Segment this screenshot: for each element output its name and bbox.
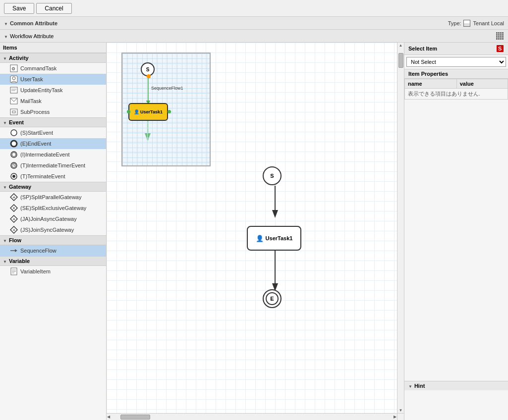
start-event-label: (S)StartEvent — [20, 130, 53, 136]
svg-rect-4 — [10, 87, 17, 93]
svg-rect-8 — [10, 109, 17, 115]
intermediate-timer-icon — [10, 161, 18, 169]
vertical-scrollbar[interactable]: ▲ ▼ — [397, 43, 404, 413]
select-item-icon: S — [496, 45, 504, 52]
item-variable-item[interactable]: VariableItem — [0, 266, 106, 277]
minimap-task-dot-right — [168, 110, 171, 113]
sequence-flow-label: SequenceFlow — [20, 248, 56, 254]
item-start-event[interactable]: (S)StartEvent — [0, 127, 106, 138]
item-split-parallel[interactable]: + (SP)SplitParallelGateway — [0, 192, 106, 203]
item-mail-task[interactable]: MailTask — [0, 96, 106, 106]
section-header-flow[interactable]: Flow — [0, 235, 106, 245]
cancel-button[interactable]: Cancel — [36, 3, 71, 14]
cmd-task-label: CommandTask — [20, 65, 56, 71]
intermediate-timer-event-label: (T)IntermediateTimerEvent — [20, 162, 85, 168]
hint-header[interactable]: Hint — [404, 381, 508, 390]
item-intermediate-event[interactable]: (I)IntermediateEvent — [0, 149, 106, 160]
start-circle: S — [263, 166, 282, 185]
select-item-row: Not Select — [404, 55, 508, 69]
no-items-row: 表示できる項目はありません. — [405, 89, 508, 100]
item-subprocess[interactable]: SubProcess — [0, 106, 106, 117]
item-end-event[interactable]: (E)EndEvent — [0, 138, 106, 149]
select-item-header: Select Item S — [404, 43, 508, 55]
node-end[interactable]: E — [263, 289, 282, 308]
workflow-attribute-collapse-icon[interactable] — [4, 33, 8, 39]
item-command-task[interactable]: ⚙ CommandTask — [0, 63, 106, 74]
join-sync-label: (JS)JoinSyncGateway — [20, 227, 74, 233]
node-start[interactable]: S — [263, 166, 282, 185]
activity-label: Activity — [9, 55, 29, 61]
common-attribute-bar: Common Attribute Type: Tenant Local — [0, 17, 508, 30]
variable-collapse-icon — [3, 258, 7, 264]
left-panel: Items Activity ⚙ CommandTask UserTask — [0, 43, 107, 420]
grid-toggle-icon[interactable] — [496, 32, 504, 40]
item-split-exclusive[interactable]: × (SE)SplitExclusiveGateway — [0, 203, 106, 213]
split-exclusive-label: (SE)SplitExclusiveGateway — [20, 205, 86, 211]
svg-point-11 — [11, 141, 17, 147]
split-parallel-label: (SP)SplitParallelGateway — [20, 194, 82, 200]
flow-label: Flow — [9, 237, 21, 243]
variable-item-label: VariableItem — [20, 268, 51, 274]
user-task-icon — [10, 75, 18, 83]
variable-items: VariableItem — [0, 266, 106, 277]
subprocess-label: SubProcess — [20, 109, 50, 115]
item-select-dropdown[interactable]: Not Select — [406, 57, 506, 67]
variable-label: Variable — [9, 258, 30, 264]
svg-text:×: × — [12, 206, 15, 211]
event-label: Event — [9, 119, 24, 125]
svg-text:⚙: ⚙ — [11, 66, 15, 71]
save-button[interactable]: Save — [4, 3, 34, 14]
cmd-icon: ⚙ — [10, 64, 18, 72]
top-toolbar: Save Cancel — [0, 0, 508, 17]
right-panel: Select Item S Not Select Item Properties… — [404, 43, 508, 420]
svg-marker-29 — [15, 249, 17, 252]
intermediate-event-label: (I)IntermediateEvent — [20, 152, 70, 158]
split-exclusive-icon: × — [10, 204, 18, 212]
workflow-attribute-bar: Workflow Attribute — [0, 30, 508, 43]
common-attribute-label: Common Attribute — [10, 20, 57, 26]
item-user-task[interactable]: UserTask — [0, 74, 106, 85]
scroll-thumb-v[interactable] — [398, 53, 403, 68]
center-panel[interactable]: S SequenceFlow1 👤 UserTask1 S — [107, 43, 404, 420]
section-header-event[interactable]: Event — [0, 117, 106, 127]
item-intermediate-timer-event[interactable]: (T)IntermediateTimerEvent — [0, 160, 106, 171]
item-terminate-event[interactable]: (T)TerminateEvent — [0, 171, 106, 182]
scroll-thumb-h[interactable] — [120, 415, 150, 420]
scroll-down-arrow[interactable]: ▼ — [398, 408, 403, 413]
sequence-flow-icon — [10, 247, 18, 255]
item-properties-header: Item Properties — [404, 69, 508, 79]
item-update-entity-task[interactable]: UpdateEntityTask — [0, 85, 106, 96]
gateway-label: Gateway — [9, 184, 31, 190]
task-usertask1: 👤 UserTask1 — [247, 226, 301, 251]
update-entity-task-label: UpdateEntityTask — [20, 87, 63, 93]
item-sequence-flow[interactable]: SequenceFlow — [0, 245, 106, 256]
main-container: Items Activity ⚙ CommandTask UserTask — [0, 43, 508, 420]
select-item-label: Select Item — [408, 46, 437, 52]
workflow-attribute-label: Workflow Attribute — [10, 33, 54, 39]
gateway-items: + (SP)SplitParallelGateway × (SE)SplitEx… — [0, 192, 106, 235]
end-circle: E — [263, 289, 282, 308]
canvas-area[interactable]: S SequenceFlow1 👤 UserTask1 S — [107, 43, 404, 420]
node-task1[interactable]: 👤 UserTask1 — [247, 226, 301, 251]
split-parallel-icon: + — [10, 193, 18, 201]
section-header-activity[interactable]: Activity — [0, 53, 106, 63]
svg-text:S: S — [498, 46, 502, 52]
value-col-header: value — [456, 79, 508, 89]
section-header-variable[interactable]: Variable — [0, 256, 106, 266]
user-task-label: UserTask — [20, 76, 43, 82]
scroll-left-arrow[interactable]: ◀ — [107, 414, 111, 420]
update-entity-icon — [10, 86, 18, 94]
item-join-async[interactable]: + (JA)JoinAsyncGateway — [0, 213, 106, 224]
item-join-sync[interactable]: + (JS)JoinSyncGateway — [0, 224, 106, 235]
scroll-right-arrow[interactable]: ▶ — [393, 414, 397, 420]
type-label: Type: — [448, 20, 461, 26]
common-attribute-collapse-icon[interactable] — [4, 20, 8, 26]
scroll-up-arrow[interactable]: ▲ — [398, 43, 403, 48]
horizontal-scrollbar[interactable]: ◀ ▶ — [107, 413, 397, 420]
section-header-gateway[interactable]: Gateway — [0, 182, 106, 192]
minimap-task: 👤 UserTask1 — [128, 103, 168, 121]
minimap-start-dot — [147, 74, 151, 78]
event-collapse-icon — [3, 119, 7, 125]
variable-item-icon — [10, 267, 18, 275]
event-items: (S)StartEvent (E)EndEvent (I)Intermediat… — [0, 127, 106, 182]
